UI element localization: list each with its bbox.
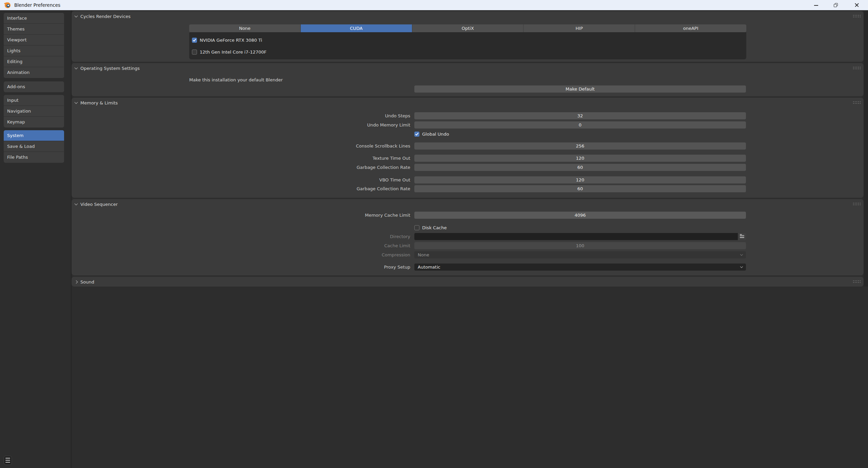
minimize-button[interactable] [808,0,824,10]
sidebar-item-editing[interactable]: Editing [4,56,64,67]
preferences-menu-button[interactable] [4,456,12,465]
panel-header-os[interactable]: Operating System Settings [80,65,140,72]
disk-cache-checkbox[interactable] [414,225,419,230]
sidebar-item-themes[interactable]: Themes [4,24,64,35]
panel-sound: Sound [72,277,864,287]
restore-button[interactable] [828,0,844,10]
memory-cache-limit-field[interactable]: 4096 [414,212,746,219]
folder-icon [740,235,744,238]
sidebar-group-input: Input Navigation Keymap [4,95,64,128]
panel-header-cycles[interactable]: Cycles Render Devices [80,14,131,20]
device-list: NVIDIA GeForce RTX 3080 Ti 12th Gen Inte… [189,32,746,59]
title-bar: Blender Preferences [0,0,868,10]
sidebar-item-addons[interactable]: Add-ons [4,81,64,92]
panel-video-sequencer: Video Sequencer Memory Cache Limit 4096 … [72,199,864,275]
texture-timeout-value: 120 [576,156,585,161]
sidebar-item-animation[interactable]: Animation [4,67,64,78]
close-button[interactable] [849,0,868,10]
sidebar-item-file-paths[interactable]: File Paths [4,152,64,163]
console-scrollback-field[interactable]: 256 [414,142,746,150]
sidebar-group-system: System Save & Load File Paths [4,130,64,163]
chevron-right-icon [75,280,78,284]
cache-limit-label: Cache Limit [207,242,410,249]
device-checkbox-cpu[interactable] [192,50,197,55]
memory-cache-limit-label: Memory Cache Limit [207,212,410,219]
vbo-gc-rate-label: Garbage Collection Rate [207,185,410,192]
directory-label: Directory [207,233,410,240]
vbo-timeout-field[interactable]: 120 [414,176,746,183]
sidebar-item-interface[interactable]: Interface [4,13,64,24]
gc-rate-field[interactable]: 60 [414,164,746,171]
sidebar-group-general: Interface Themes Viewport Lights Editing… [4,13,64,78]
check-icon [193,38,196,41]
panel-grip-handle[interactable] [853,203,854,203]
texture-timeout-field[interactable]: 120 [414,155,746,162]
directory-input [414,233,738,240]
tab-optix[interactable]: OptiX [412,24,524,32]
device-label-cpu: 12th Gen Intel Core i7-12700F [200,50,267,55]
sidebar-item-save-load[interactable]: Save & Load [4,141,64,152]
sidebar-item-viewport[interactable]: Viewport [4,35,64,45]
chevron-down-icon [75,66,78,70]
panel-cycles-render-devices: Cycles Render Devices None CUDA OptiX HI… [72,11,864,62]
tab-hip[interactable]: HIP [524,24,635,32]
vbo-timeout-value: 120 [576,177,585,182]
global-undo-checkbox[interactable] [414,132,419,137]
vbo-gc-rate-value: 60 [577,186,583,191]
undo-steps-field[interactable]: 32 [414,112,746,119]
gc-rate-label: Garbage Collection Rate [207,164,410,171]
device-checkbox-gpu[interactable] [192,38,197,43]
cache-limit-value: 100 [576,243,585,248]
panel-grip-handle[interactable] [853,15,854,16]
check-icon [415,132,418,135]
tab-cuda[interactable]: CUDA [301,24,412,32]
compression-value: None [418,252,429,257]
global-undo-label: Global Undo [422,132,449,137]
sidebar-item-system[interactable]: System [4,130,64,141]
tab-oneapi[interactable]: oneAPI [635,24,746,32]
undo-steps-value: 32 [577,113,583,118]
panel-header-sound[interactable]: Sound [80,279,94,285]
sidebar-item-navigation[interactable]: Navigation [4,106,64,117]
hamburger-icon [5,458,10,459]
window-title: Blender Preferences [14,0,60,10]
chevron-down-icon [740,265,743,268]
browse-directory-button [738,233,746,240]
undo-memory-limit-field[interactable]: 0 [414,121,746,129]
sidebar-item-keymap[interactable]: Keymap [4,117,64,128]
console-scrollback-label: Console Scrollback Lines [207,142,410,150]
vbo-timeout-label: VBO Time Out [207,176,410,183]
texture-timeout-label: Texture Time Out [207,155,410,162]
compression-label: Compression [207,251,410,258]
chevron-down-icon [75,202,78,206]
cache-limit-field: 100 [414,242,746,249]
sidebar-group-addons: Add-ons [4,81,64,92]
proxy-setup-dropdown[interactable]: Automatic [414,264,746,271]
device-type-tabs: None CUDA OptiX HIP oneAPI [189,24,746,32]
device-label-gpu: NVIDIA GeForce RTX 3080 Ti [200,38,262,43]
scroll-gutter [864,11,868,287]
gc-rate-value: 60 [577,165,583,170]
memory-cache-limit-value: 4096 [574,213,586,218]
undo-memory-limit-label: Undo Memory Limit [207,121,410,129]
undo-memory-limit-value: 0 [579,122,581,128]
panel-memory-limits: Memory & Limits Undo Steps 32 Undo Memor… [72,98,864,198]
proxy-setup-value: Automatic [418,265,440,270]
make-default-button[interactable]: Make Default [414,85,746,93]
disk-cache-label: Disk Cache [422,225,447,231]
default-blender-label: Make this installation your default Blen… [189,77,283,83]
sidebar-item-input[interactable]: Input [4,95,64,106]
chevron-down-icon [740,253,743,256]
vbo-gc-rate-field[interactable]: 60 [414,185,746,192]
sidebar-item-lights[interactable]: Lights [4,45,64,56]
panel-grip-handle[interactable] [853,67,854,67]
panel-grip-handle[interactable] [853,101,854,102]
panel-os-settings: Operating System Settings Make this inst… [72,63,864,96]
compression-dropdown: None [414,251,746,258]
tab-none[interactable]: None [189,24,300,32]
panel-header-memory[interactable]: Memory & Limits [80,100,118,106]
chevron-down-icon [75,101,78,104]
panel-grip-handle[interactable] [853,280,854,281]
proxy-setup-label: Proxy Setup [207,264,410,271]
panel-header-vse[interactable]: Video Sequencer [80,201,118,208]
